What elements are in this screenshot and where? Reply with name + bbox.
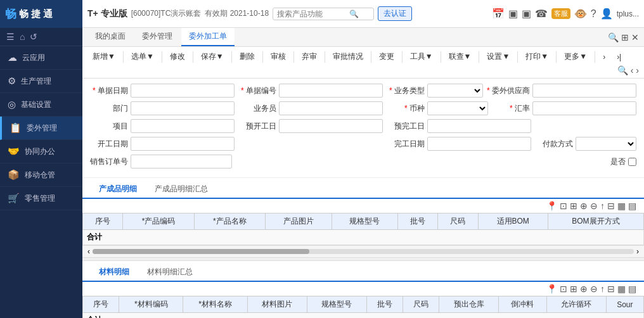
auth-button[interactable]: 去认证 bbox=[378, 6, 412, 21]
th-seq: 序号 bbox=[83, 213, 123, 230]
grid-icon[interactable]: ▦ bbox=[617, 201, 626, 211]
material-import-icon[interactable]: ↑ bbox=[600, 284, 605, 294]
export-icon[interactable]: ⊟ bbox=[607, 201, 615, 211]
material-del-row-icon[interactable]: ⊖ bbox=[590, 284, 598, 294]
select-currency[interactable] bbox=[427, 101, 488, 115]
input-plan-end[interactable] bbox=[427, 119, 531, 133]
search-bar[interactable]: 🔍 bbox=[273, 8, 374, 20]
input-complete-date[interactable] bbox=[427, 137, 531, 151]
btn-next[interactable]: › bbox=[598, 51, 610, 63]
input-salesman[interactable] bbox=[279, 101, 383, 115]
product-table-header: 序号 *产品编码 *产品名称 产品图片 规格型号 批号 尺码 适用BOM BOM… bbox=[83, 213, 644, 230]
input-project[interactable] bbox=[131, 119, 235, 133]
sidebar-item-settings[interactable]: ◎ 基础设置 bbox=[0, 93, 82, 117]
recent-icon[interactable]: ↺ bbox=[30, 32, 37, 42]
input-sales-order[interactable] bbox=[131, 155, 232, 169]
btn-cancel-audit[interactable]: 弃审 bbox=[297, 49, 322, 64]
phone-icon[interactable]: ☎ bbox=[535, 8, 548, 20]
sep14 bbox=[595, 51, 595, 63]
add-row-icon[interactable]: ⊕ bbox=[580, 201, 588, 211]
search-tab-icon[interactable]: 🔍 bbox=[608, 32, 619, 42]
view-icon1[interactable]: 🔍 bbox=[617, 65, 628, 75]
service-icon[interactable]: 客服 bbox=[551, 8, 570, 19]
paste-icon[interactable]: ⊞ bbox=[570, 201, 577, 211]
import-icon[interactable]: ↑ bbox=[600, 201, 605, 211]
material-copy-icon[interactable]: ⊡ bbox=[560, 284, 567, 294]
sidebar-item-warehouse[interactable]: 📦 移动仓管 bbox=[0, 163, 82, 187]
material-grid-icon[interactable]: ▦ bbox=[617, 284, 626, 294]
expand-tab-icon[interactable]: ⊞ bbox=[621, 32, 629, 42]
tab-outsource-mgmt[interactable]: 委外管理 bbox=[134, 28, 180, 46]
btn-modify[interactable]: 修改 bbox=[165, 49, 190, 64]
btn-config[interactable]: 设置▼ bbox=[482, 49, 515, 64]
tab-desktop[interactable]: 我的桌面 bbox=[87, 28, 133, 46]
material-config-icon[interactable]: ▤ bbox=[628, 284, 636, 294]
calendar-icon[interactable]: 📅 bbox=[492, 8, 505, 20]
checkbox-is-yes[interactable] bbox=[628, 158, 636, 166]
view-icon3[interactable]: › bbox=[636, 65, 639, 75]
material-add-row-icon[interactable]: ⊕ bbox=[580, 284, 588, 294]
copy-icon[interactable]: ⊡ bbox=[560, 201, 567, 211]
monitor-icon[interactable]: ▣ bbox=[522, 8, 531, 20]
input-plan-start[interactable] bbox=[279, 119, 383, 133]
input-doc-no[interactable] bbox=[279, 84, 383, 98]
home-icon[interactable]: ⌂ bbox=[20, 32, 25, 42]
help-icon[interactable]: ? bbox=[591, 8, 596, 20]
btn-audit[interactable]: 审核 bbox=[266, 49, 291, 64]
label-project: 项目 bbox=[90, 121, 128, 132]
select-payment[interactable] bbox=[576, 137, 636, 151]
sidebar-item-cloud[interactable]: ☁ 云应用 bbox=[0, 46, 82, 70]
btn-more[interactable]: 更多▼ bbox=[559, 49, 592, 64]
product-scroll-row[interactable]: ‹ › bbox=[82, 245, 644, 257]
btn-save[interactable]: 保存▼ bbox=[196, 49, 229, 64]
label-doc-date: 单据日期 bbox=[90, 86, 128, 96]
sidebar-item-production[interactable]: ⚙ 生产管理 bbox=[0, 70, 82, 93]
sidebar-item-collab[interactable]: 🤝 协同办公 bbox=[0, 140, 82, 163]
sidebar-item-outsource[interactable]: 📋 委外管理 bbox=[0, 117, 82, 140]
btn-query[interactable]: 联查▼ bbox=[444, 49, 477, 64]
input-exchange-rate[interactable] bbox=[532, 101, 636, 115]
select-biz-type[interactable] bbox=[427, 84, 483, 98]
th-product-name: *产品名称 bbox=[194, 213, 265, 230]
tab-outsource-order[interactable]: 委外加工单 bbox=[181, 28, 235, 46]
btn-audit-status[interactable]: 审批情况 bbox=[328, 49, 368, 64]
scroll-right-icon[interactable]: › bbox=[636, 247, 639, 256]
product-scroll-bar[interactable] bbox=[93, 249, 634, 254]
btn-select[interactable]: 选单▼ bbox=[126, 49, 159, 64]
nav-tabs: 我的桌面 委外管理 委外加工单 🔍 ⊞ ✕ bbox=[82, 28, 644, 47]
tab-product-summary[interactable]: 产成品明细汇总 bbox=[146, 181, 217, 199]
del-row-icon[interactable]: ⊖ bbox=[590, 201, 598, 211]
btn-print[interactable]: 打印▼ bbox=[520, 49, 553, 64]
btn-delete[interactable]: 删除 bbox=[235, 49, 260, 64]
tab-product-detail[interactable]: 产成品明细 bbox=[90, 181, 146, 199]
material-location-icon[interactable]: 📍 bbox=[546, 284, 557, 294]
close-tab-icon[interactable]: ✕ bbox=[631, 32, 639, 42]
input-doc-date[interactable] bbox=[131, 84, 235, 98]
doc-icon[interactable]: ▣ bbox=[508, 8, 518, 20]
config-table-icon[interactable]: ▤ bbox=[628, 201, 636, 211]
product-sum-label: 合计 bbox=[83, 230, 644, 245]
material-paste-icon[interactable]: ⊞ bbox=[570, 284, 577, 294]
menu-icon[interactable]: ☰ bbox=[6, 32, 15, 42]
search-input[interactable] bbox=[277, 10, 347, 18]
input-dept[interactable] bbox=[131, 101, 235, 115]
input-supplier[interactable] bbox=[532, 84, 636, 98]
sep5 bbox=[262, 51, 263, 63]
btn-tools[interactable]: 工具▼ bbox=[405, 49, 438, 64]
sidebar-item-retail-label: 零售管理 bbox=[25, 193, 55, 204]
btn-new[interactable]: 新增▼ bbox=[87, 49, 120, 64]
tab-material-summary[interactable]: 材料明细汇总 bbox=[138, 264, 202, 282]
sidebar-item-retail[interactable]: 🛒 零售管理 bbox=[0, 187, 82, 210]
btn-change[interactable]: 变更 bbox=[374, 49, 399, 64]
scroll-left-icon[interactable]: ‹ bbox=[87, 247, 90, 256]
th-product-size: 尺码 bbox=[438, 213, 478, 230]
th-mat-sour: Sour bbox=[606, 296, 643, 313]
user-icon[interactable]: 👤 bbox=[600, 8, 613, 20]
label-supplier: 委外供应商 bbox=[487, 86, 530, 96]
btn-last[interactable]: ›| bbox=[612, 51, 626, 63]
view-icon2[interactable]: ‹ bbox=[631, 65, 634, 75]
tab-material-detail[interactable]: 材料明细 bbox=[90, 264, 138, 282]
material-export-icon[interactable]: ⊟ bbox=[607, 284, 615, 294]
input-start-date[interactable] bbox=[131, 137, 235, 151]
location-icon[interactable]: 📍 bbox=[546, 201, 557, 211]
